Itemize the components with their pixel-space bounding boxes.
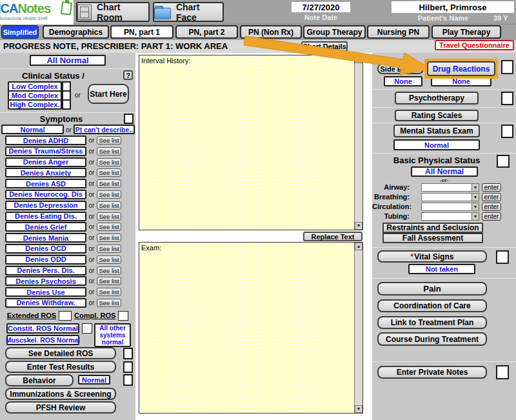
constit-ros-checkbox[interactable] [82, 323, 92, 334]
high-complex-button[interactable]: High Complex. [8, 99, 62, 110]
cant-describe-button[interactable]: Pt can't describe.. [74, 125, 135, 134]
denies-button[interactable]: Denies Withdraw. [5, 298, 86, 308]
circulation-dropdown[interactable]: ▼ [421, 203, 479, 211]
extended-ros-checkbox[interactable] [59, 311, 72, 321]
vital-signs-button[interactable]: * Vital Signs [377, 250, 487, 263]
denies-button[interactable]: Denies Pers. Dis. [5, 266, 86, 275]
see-list-button[interactable]: See list [97, 255, 121, 264]
all-other-systems-button[interactable]: All other systems normal [94, 323, 131, 347]
drug-reactions-button[interactable]: Drug Reactions [427, 61, 495, 76]
tubing-dropdown[interactable]: ▼ [421, 212, 479, 221]
pfsh-review-button[interactable]: PFSH Review [5, 401, 116, 414]
chart-room-button[interactable]: Chart Room [76, 2, 150, 22]
see-list-button[interactable]: See list [97, 158, 121, 166]
compl-ros-checkbox[interactable] [118, 311, 128, 321]
see-list-button[interactable]: See list [97, 168, 121, 177]
breathing-enter-button[interactable]: enter [482, 193, 501, 201]
denies-button[interactable]: Denies Depression [5, 201, 86, 210]
see-detailed-ros-checkbox[interactable] [123, 348, 133, 359]
mse-normal-button[interactable]: Normal [393, 139, 480, 150]
not-taken-button[interactable]: Not taken [408, 264, 475, 274]
dropdown-arrow-icon[interactable]: ▼ [471, 203, 479, 210]
dropdown-arrow-icon[interactable]: ▼ [471, 194, 479, 201]
drug-reactions-checkbox[interactable] [501, 60, 513, 74]
exam-scrollbar[interactable]: ▲ ▼ [354, 243, 362, 413]
constit-ros-normal-button[interactable]: Constit. ROS Normal [6, 323, 79, 334]
denies-button[interactable]: Denies ADHD [5, 135, 86, 145]
denies-button[interactable]: Denies Anxiety [5, 168, 86, 177]
denies-button[interactable]: Denies Psychosis [5, 276, 86, 286]
tab-simplified[interactable]: Simplified [1, 25, 39, 39]
breathing-dropdown[interactable]: ▼ [421, 193, 479, 201]
enter-private-notes-button[interactable]: Enter Private Notes [377, 366, 487, 379]
restraints-seclusion-button[interactable]: Restraints and Seclusion [382, 223, 483, 233]
dropdown-arrow-icon[interactable]: ▼ [471, 184, 479, 191]
see-list-button[interactable]: See list [97, 245, 121, 253]
denies-button[interactable]: Denies Use [5, 287, 86, 297]
see-list-button[interactable]: See list [97, 299, 121, 307]
rating-scales-button[interactable]: Rating Scales [395, 110, 479, 121]
denies-button[interactable]: Denies Grief [5, 222, 86, 232]
travel-questionnaire-button[interactable]: Travel Questionnaire [435, 40, 514, 50]
denies-button[interactable]: Denies Eating Dis. [5, 212, 86, 221]
interval-history-textarea[interactable]: Interval History: ▲ ▼ [139, 55, 363, 230]
basic-all-normal-button[interactable]: All Normal [411, 166, 478, 177]
see-list-button[interactable]: See list [97, 147, 121, 155]
side-effects-none-button[interactable]: None [384, 76, 422, 86]
denies-button[interactable]: Denies Trauma/Stress [5, 146, 86, 156]
circulation-enter-button[interactable]: enter [482, 203, 501, 211]
vital-signs-checkbox[interactable] [496, 250, 509, 264]
symptoms-normal-button[interactable]: Normal [1, 125, 64, 134]
see-list-button[interactable]: See list [97, 212, 121, 221]
denies-button[interactable]: Denies ASD [5, 179, 86, 188]
symptoms-checkbox[interactable] [124, 114, 134, 124]
see-detailed-ros-button[interactable]: See Detailed ROS [5, 347, 116, 359]
see-list-button[interactable]: See list [97, 201, 121, 210]
behavior-checkbox[interactable] [123, 374, 133, 386]
psychotherapy-checkbox[interactable] [501, 92, 513, 105]
fall-assessment-button[interactable]: Fall Assessment [382, 233, 483, 243]
tab-play-therapy[interactable]: Play Therapy [432, 25, 501, 39]
link-treatment-plan-button[interactable]: Link to Treatment Plan [377, 316, 487, 329]
see-list-button[interactable]: See list [97, 234, 121, 242]
enter-test-results-checkbox[interactable] [123, 361, 133, 373]
tab-pn-part-1[interactable]: PN, part 1 [110, 25, 174, 39]
airway-enter-button[interactable]: enter [482, 183, 501, 192]
muscskel-ros-normal-button[interactable]: Muscskel. ROS Normal [6, 335, 79, 345]
course-during-treatment-button[interactable]: Course During Treatment [377, 332, 487, 346]
denies-button[interactable]: Denies ODD [5, 255, 86, 265]
help-button[interactable]: ? [123, 70, 133, 80]
tab-pn-part-2[interactable]: PN, part 2 [175, 25, 238, 39]
high-complex-checkbox[interactable] [62, 99, 71, 110]
behavior-button[interactable]: Behavior [5, 374, 74, 386]
mental-status-exam-button[interactable]: Mental Status Exam [393, 125, 480, 137]
start-here-button[interactable]: Start Here [88, 84, 129, 104]
denies-button[interactable]: Denies Neurocog. Dis [5, 190, 86, 199]
side-effects-button[interactable]: Side Effects [377, 63, 424, 74]
chart-details-button[interactable]: Chart Details [301, 41, 348, 52]
see-list-button[interactable]: See list [97, 136, 121, 145]
pain-button[interactable]: Pain [377, 282, 487, 295]
replace-text-button[interactable]: Replace Text [303, 232, 362, 241]
coordination-of-care-button[interactable]: Coordination of Care [377, 299, 487, 312]
interval-scrollbar[interactable]: ▲ ▼ [354, 55, 362, 230]
mental-status-exam-checkbox[interactable] [501, 125, 513, 138]
see-list-button[interactable]: See list [97, 288, 121, 296]
psychotherapy-button[interactable]: Psychotherapy [395, 92, 479, 105]
immunizations-button[interactable]: Immunizations & Screening [5, 388, 116, 400]
chart-face-button[interactable]: Chart Face [153, 2, 224, 22]
behavior-normal-button[interactable]: Normal [78, 375, 110, 385]
basic-physical-checkbox[interactable] [497, 155, 510, 168]
airway-dropdown[interactable]: ▼ [421, 183, 479, 192]
tubing-enter-button[interactable]: enter [482, 212, 501, 221]
denies-button[interactable]: Denies OCD [5, 244, 86, 254]
tab-demographics[interactable]: Demographics [43, 25, 109, 39]
denies-button[interactable]: Denies Anger [5, 157, 86, 167]
dropdown-arrow-icon[interactable]: ▼ [471, 213, 479, 220]
enter-test-results-button[interactable]: Enter Test Results [5, 361, 116, 373]
tab-nursing-pn[interactable]: Nursing PN [367, 25, 430, 39]
enter-private-notes-checkbox[interactable] [496, 365, 509, 379]
scroll-up-icon[interactable]: ▲ [355, 55, 362, 63]
denies-button[interactable]: Denies Mania [5, 233, 86, 243]
scroll-down-icon[interactable]: ▼ [355, 405, 362, 413]
